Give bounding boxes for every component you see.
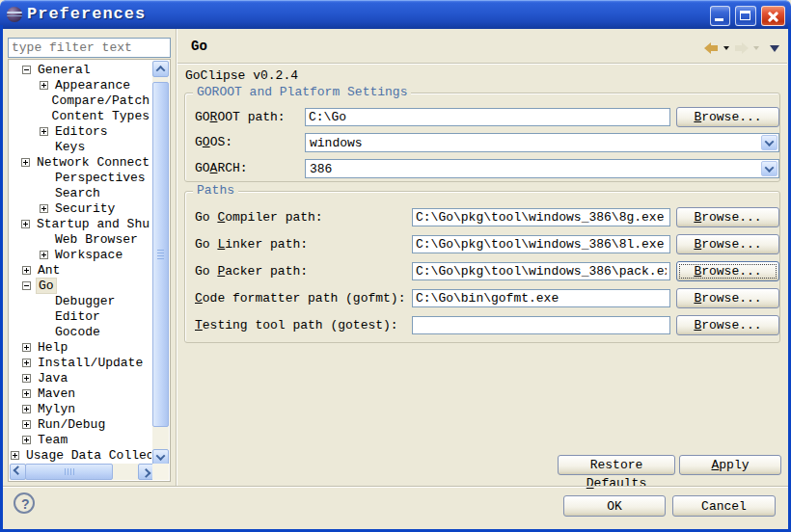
collapse-icon[interactable] (22, 66, 31, 74)
close-button[interactable] (761, 6, 785, 26)
apply-button[interactable]: Apply (679, 455, 781, 475)
tree-item-web-browser[interactable]: Web Browser (11, 231, 151, 247)
collapse-icon[interactable] (22, 281, 31, 290)
tree-item-gocode[interactable]: Gocode (11, 324, 151, 339)
tree-item-label: Appearance (53, 78, 132, 93)
expand-icon[interactable] (22, 343, 31, 352)
tree-item-content-types[interactable]: Content Types (11, 108, 151, 123)
expand-icon[interactable] (22, 405, 31, 413)
tree-item-label: Security (53, 201, 117, 216)
tree-item-perspectives[interactable]: Perspectives (11, 170, 151, 185)
tree-item-help[interactable]: Help (11, 339, 151, 355)
expand-icon[interactable] (22, 389, 31, 398)
chevron-down-icon (765, 163, 775, 173)
expand-icon[interactable] (40, 251, 48, 259)
tree-indent (11, 162, 21, 163)
scroll-left-button[interactable] (10, 464, 26, 480)
linker-browse-button[interactable]: Browse... (676, 234, 779, 254)
tree-indent (11, 347, 22, 348)
expand-icon[interactable] (22, 266, 31, 275)
tree-item-search[interactable]: Search (11, 185, 151, 200)
expand-icon[interactable] (22, 420, 31, 429)
tree-item-compare-patch[interactable]: Compare/Patch (11, 93, 151, 108)
go-compiler-path-input[interactable] (412, 208, 670, 226)
tree-item-startup-and-shu[interactable]: Startup and Shu (11, 216, 151, 231)
horizontal-scroll-thumb[interactable] (25, 464, 113, 480)
tree-indent (11, 85, 40, 86)
packer-browse-button[interactable]: Browse... (676, 261, 779, 281)
tree-item-editor[interactable]: Editor (11, 308, 151, 324)
vertical-scroll-thumb[interactable] (152, 82, 169, 427)
tree-item-workspace[interactable]: Workspace (11, 247, 151, 262)
code-formatter-path-input[interactable] (412, 289, 670, 307)
goarch-combo-dropdown-button[interactable] (761, 161, 777, 176)
go-packer-path-input[interactable] (412, 262, 670, 280)
expand-icon[interactable] (40, 81, 48, 90)
tree-item-network-connect[interactable]: Network Connect (11, 154, 151, 170)
minimize-button[interactable] (710, 6, 730, 26)
goroot-path-row: GOROOT path: Browse... (195, 107, 772, 128)
goos-combo[interactable]: windows (305, 133, 779, 152)
tree-item-team[interactable]: Team (11, 432, 151, 447)
tree-item-ant[interactable]: Ant (11, 262, 151, 278)
tree-item-editors[interactable]: Editors (11, 123, 151, 139)
testing-tool-path-input[interactable] (412, 316, 670, 334)
expand-icon[interactable] (22, 436, 31, 444)
expand-icon[interactable] (40, 204, 48, 213)
expand-icon[interactable] (11, 451, 19, 460)
go-linker-path-input[interactable] (412, 235, 670, 253)
horizontal-scrollbar[interactable] (10, 464, 154, 480)
testing-tool-path-label: Testing tool path (gotest): (195, 315, 398, 335)
back-icon[interactable] (704, 42, 719, 54)
compiler-browse-button[interactable]: Browse... (676, 207, 779, 227)
tree-indent (11, 100, 37, 101)
tree-item-usage-data-collect[interactable]: Usage Data Collect (11, 447, 151, 463)
tree-item-run-debug[interactable]: Run/Debug (11, 416, 151, 432)
tree-item-maven[interactable]: Maven (11, 386, 151, 401)
expand-icon[interactable] (40, 127, 48, 136)
maximize-button[interactable] (735, 6, 756, 26)
question-mark-icon: ? (21, 496, 30, 512)
filter-input[interactable] (8, 38, 171, 58)
tree-indent (11, 224, 21, 225)
tree-item-appearance[interactable]: Appearance (11, 77, 151, 93)
expand-icon[interactable] (21, 220, 30, 228)
tree-item-label: Startup and Shu (35, 217, 151, 231)
scrollbar-corner (152, 464, 169, 480)
tree-indent (11, 332, 40, 332)
tree-item-java[interactable]: Java (11, 370, 151, 386)
expand-icon[interactable] (21, 158, 30, 167)
go-packer-path-label: Go Packer path: (195, 261, 308, 281)
cancel-button[interactable]: Cancel (672, 495, 776, 517)
go-compiler-path-label: Go Compiler path: (195, 207, 323, 227)
goroot-path-input[interactable] (305, 108, 670, 126)
ok-button[interactable]: OK (563, 495, 666, 517)
goroot-browse-button[interactable]: Browse... (676, 107, 779, 127)
vertical-scrollbar[interactable] (152, 61, 169, 466)
eclipse-logo-icon (7, 7, 22, 22)
tree-item-keys[interactable]: Keys (11, 139, 151, 154)
maximize-icon (740, 11, 750, 20)
tree-item-install-update[interactable]: Install/Update (11, 355, 151, 370)
group-title: Paths (193, 183, 238, 198)
tree-item-label: Search (53, 186, 102, 200)
back-history-dropdown-icon[interactable] (723, 46, 729, 50)
restore-defaults-button[interactable]: Restore Defaults (558, 455, 675, 475)
tree-item-mylyn[interactable]: Mylyn (11, 401, 151, 416)
goos-combo-dropdown-button[interactable] (761, 135, 777, 150)
goarch-combo[interactable]: 386 (305, 159, 779, 178)
help-button[interactable]: ? (14, 492, 35, 514)
tree-item-general[interactable]: General (11, 62, 151, 77)
gofmt-browse-button[interactable]: Browse... (676, 288, 779, 308)
scroll-up-button[interactable] (152, 61, 169, 77)
tree-item-security[interactable]: Security (11, 200, 151, 216)
view-menu-icon[interactable] (770, 45, 779, 52)
tree-item-debugger[interactable]: Debugger (11, 293, 151, 308)
window-title: Preferences (27, 5, 146, 23)
expand-icon[interactable] (22, 359, 31, 367)
tree-item-label: Help (36, 340, 69, 355)
tree-item-label: Web Browser (53, 232, 140, 247)
tree-item-go[interactable]: Go (11, 278, 151, 293)
expand-icon[interactable] (22, 374, 31, 383)
gotest-browse-button[interactable]: Browse... (676, 315, 779, 335)
